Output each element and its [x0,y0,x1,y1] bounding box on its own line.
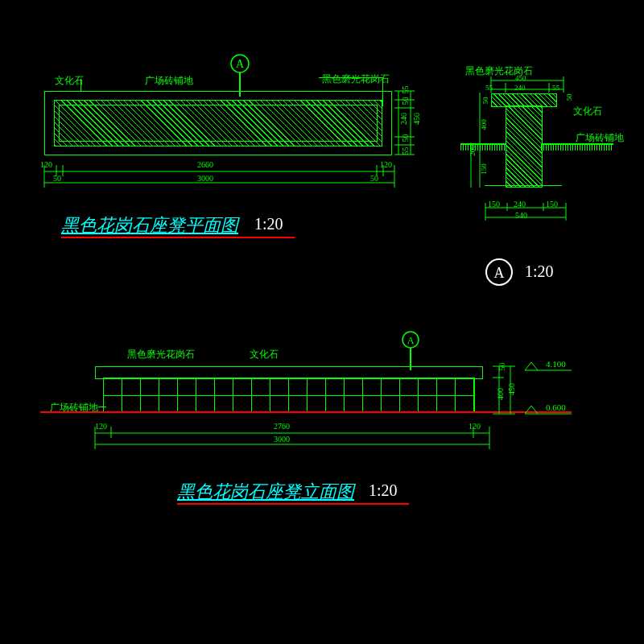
elev-top: 4.100 [546,359,566,369]
elev-bricks [103,378,475,413]
ground-right [541,143,613,151]
dim: 3000 [274,435,290,444]
dim: 400 [496,388,505,400]
dim: 150 [546,200,558,208]
marker-a-section: A [483,256,515,288]
leader [98,407,106,407]
dim: 540 [515,211,527,220]
dim: 120 [380,160,392,169]
plan-title: 黑色花岗石座凳平面图 [61,213,238,237]
dim: 55 [401,147,410,155]
dim: 50 [401,97,410,105]
dim: 120 [40,160,52,169]
dim: 120 [95,422,107,431]
dim: 3000 [197,174,213,183]
dim-h-plan [32,165,402,197]
label-polished: 黑色磨光花岗石 [322,72,390,86]
dim: 50 [370,174,378,183]
svg-text:A: A [236,58,245,70]
elev-label-culture: 文化石 [250,348,279,361]
svg-text:A: A [494,265,505,281]
dim: 450 [412,113,421,125]
svg-text:A: A [407,335,415,346]
section-scale: 1:20 [525,262,554,281]
dim: 55 [485,84,493,92]
sec-stem [506,105,543,188]
sec-dim-left [469,93,485,189]
sec-label-culture: 文化石 [573,105,602,118]
dim: 240 [514,200,526,208]
dim: 50 [401,134,410,142]
marker-a-plan: A [224,53,256,97]
dim: 150 [488,200,500,208]
dim: 2760 [274,422,290,431]
plan-inner [59,105,378,142]
leader [319,77,383,78]
dim: 450 [515,74,526,82]
elev-label-polished: 黑色磨光花岗石 [127,348,195,361]
underline [177,503,409,505]
leader [382,77,383,106]
elev-scale: 1:20 [369,481,398,500]
dim: 55 [552,84,559,92]
dim: 240 [399,113,408,125]
sec-footing [485,185,562,188]
dim: 55 [401,86,410,94]
elev-title: 黑色花岗石座凳立面图 [177,480,354,504]
dim: 50 [565,94,573,101]
dim: 2660 [197,160,213,169]
plan-scale: 1:20 [254,215,283,233]
label-paving: 广场砖铺地 [145,74,193,88]
elev-dim-h [89,427,499,456]
dim: 240 [514,84,526,92]
ground-line [40,411,572,413]
dim: 450 [507,383,516,395]
leader [80,79,81,91]
dim: 50 [53,174,61,183]
elev-bot: 0.600 [546,402,566,412]
underline [61,237,295,238]
dim: 50 [497,363,506,371]
label-culture-stone: 文化石 [55,74,84,88]
marker-a-elev: A [394,330,427,370]
dim: 120 [469,422,481,431]
